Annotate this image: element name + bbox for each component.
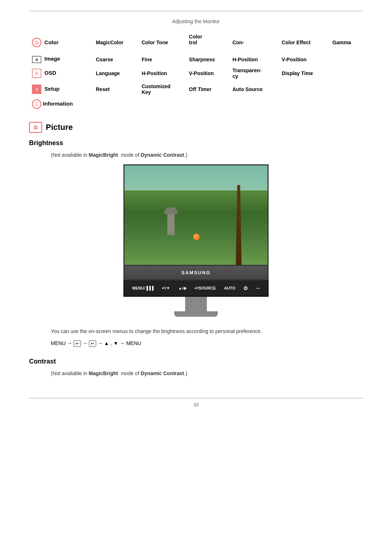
ctrl-up-brightness: ▲/◈ [178, 286, 186, 291]
picture-title: Picture [46, 123, 73, 132]
color-icon: ◎ [32, 38, 41, 47]
nav-hposition-image: H-Position [229, 53, 279, 65]
nav-coloreffect: Color Effect [279, 32, 330, 53]
nav-row-image: ▣ Image Coarse Fine Sharpness H-Position… [29, 53, 363, 65]
nav-vposition-osd: V-Position [186, 65, 230, 81]
image-icon: ▣ [32, 56, 41, 63]
ctrl-dash: — [256, 286, 260, 290]
page-header: Adjusting the Monitor [29, 19, 363, 24]
osd-icon: ⊞ [32, 69, 41, 78]
nav-displaytime: Display Time [279, 65, 330, 81]
nav-table: ◎ Color MagicColor Color Tone Colortrolx… [29, 32, 363, 111]
info-icon: ⓘ [32, 99, 41, 109]
stand-neck [185, 297, 207, 311]
menu-enter-icon2: ↵ [89, 340, 96, 347]
contrast-note-bold1: MagicBright [89, 370, 118, 376]
monitor-stand [123, 297, 269, 317]
picture-icon: 🖼 [29, 122, 42, 133]
osd-label: OSD [43, 70, 56, 76]
nav-row-color: ◎ Color MagicColor Color Tone Colortrolx… [29, 32, 363, 53]
nav-fine: Fine [139, 53, 186, 65]
nav-offtimer: Off Timer [186, 81, 230, 97]
nav-transparency: Transparen-cy [229, 65, 279, 81]
ctrl-menu: MENU/▐▐▐ [132, 286, 154, 290]
page-container: Adjusting the Monitor ◎ Color MagicColor… [0, 0, 392, 429]
monitor-bezel-bottom: SAMSUNG [123, 266, 269, 280]
nav-autosource: Auto Source [229, 81, 279, 97]
nav-colorcontrol: Colortrolx [186, 32, 230, 53]
page-number: 33 [193, 402, 199, 407]
nav-hposition-osd: H-Position [139, 65, 186, 81]
pagoda [167, 213, 175, 235]
orange-ball [193, 234, 200, 240]
contrast-note-bold2: Dynamic Contrast [140, 370, 184, 376]
contrast-note: (Not available in MagicBright mode of Dy… [51, 370, 363, 376]
nav-row-information: ⓘ Information [29, 97, 363, 111]
monitor-controls-bar: MENU/▐▐▐ ↵/▼ ▲/◈ ↵/SOURCE AUTO ⏻ — [123, 280, 269, 297]
ctrl-power: ⏻ [244, 286, 248, 290]
menu-enter-icon1: ↵ [74, 340, 81, 347]
contrast-section: Contrast (Not available in MagicBright m… [29, 358, 363, 376]
brightness-note-bold2: Dynamic Contrast [140, 152, 184, 158]
monitor-screen [123, 164, 269, 266]
top-rule [29, 11, 363, 11]
monitor-wrapper: SAMSUNG MENU/▐▐▐ ↵/▼ ▲/◈ ↵/SOURCE AUTO ⏻… [123, 164, 269, 317]
nav-coarse: Coarse [93, 53, 139, 65]
nav-reset: Reset [93, 81, 139, 97]
nav-gamma: Gamma [330, 32, 363, 53]
nav-colortone: Color Tone [139, 32, 186, 53]
nav-vposition-image: V-Position [279, 53, 330, 65]
picture-section-header: 🖼 Picture [29, 122, 363, 133]
monitor-container: SAMSUNG MENU/▐▐▐ ↵/▼ ▲/◈ ↵/SOURCE AUTO ⏻… [29, 164, 363, 317]
stand-base [174, 311, 218, 317]
garden-background [124, 165, 268, 265]
color-label: Color [43, 39, 58, 45]
footer: 33 [29, 398, 363, 407]
contrast-heading: Contrast [29, 358, 363, 365]
setup-label: Setup [43, 86, 60, 92]
brightness-note-bold1: MagicBright [89, 152, 118, 158]
page-title: Adjusting the Monitor [172, 19, 220, 24]
nav-row-setup: ⚙ Setup Reset CustomizedKey Off Timer Au… [29, 81, 363, 97]
brightness-heading: Brightness [29, 139, 363, 147]
nav-colorcontrol-prefix: Con- [229, 32, 279, 53]
brightness-description: You can use the on-screen menus to chang… [51, 328, 363, 347]
nav-language: Language [93, 65, 139, 81]
brightness-menu-path: MENU → ↵ → ↵ → ▲ , ▼ → MENU [51, 340, 363, 347]
ctrl-auto: AUTO [224, 286, 236, 290]
ctrl-enter-down: ↵/▼ [162, 286, 170, 291]
ctrl-source: ↵/SOURCE [195, 286, 216, 291]
information-label: Information [43, 100, 73, 107]
setup-icon: ⚙ [32, 85, 41, 94]
samsung-logo: SAMSUNG [181, 270, 211, 275]
nav-magiccolor: MagicColor [93, 32, 139, 53]
image-label: Image [43, 56, 60, 62]
trees [124, 190, 268, 265]
nav-customizedkey: CustomizedKey [139, 81, 186, 97]
nav-sharpness: Sharpness [186, 53, 230, 65]
brightness-desc-text: You can use the on-screen menus to chang… [51, 328, 363, 335]
brightness-note: (Not available in MagicBright mode of Dy… [51, 152, 363, 158]
nav-row-osd: ⊞ OSD Language H-Position V-Position Tra… [29, 65, 363, 81]
